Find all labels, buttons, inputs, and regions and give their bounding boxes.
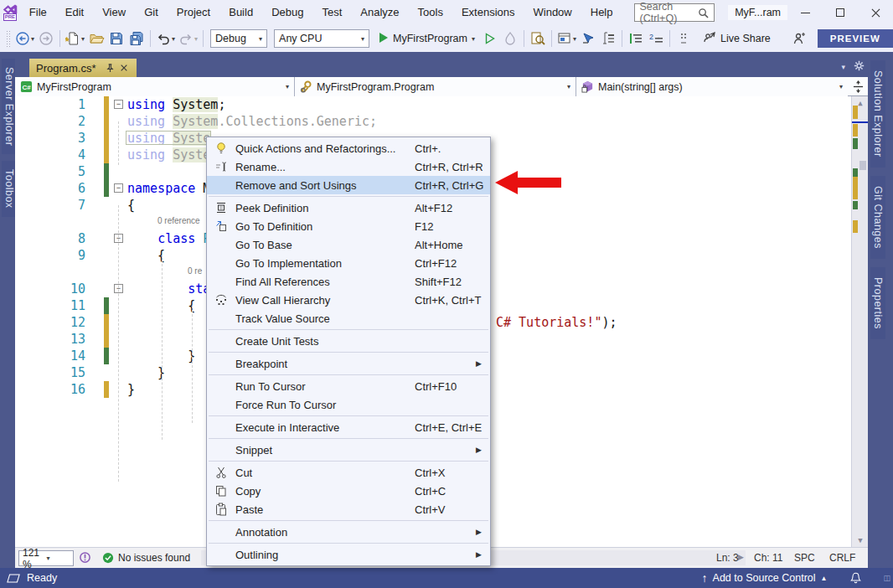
maximize-button[interactable] <box>823 0 858 25</box>
window-home-icon[interactable]: ▾ <box>555 28 578 49</box>
scrollbar-thumb[interactable] <box>859 161 866 170</box>
toolbar-drag-handle[interactable] <box>6 30 11 47</box>
menu-analyze[interactable]: Analyze <box>351 3 408 22</box>
zoom-selector[interactable]: 121 % ▾ <box>18 550 74 566</box>
submenu-arrow-icon: ▶ <box>476 528 482 536</box>
menu-tools[interactable]: Tools <box>409 3 452 22</box>
solution-configurations-dropdown[interactable]: Debug▾ <box>210 29 267 48</box>
right-tab-solution-explorer[interactable]: Solution Explorer <box>870 60 885 168</box>
solution-platforms-dropdown[interactable]: Any CPU▾ <box>274 29 369 48</box>
back-icon[interactable]: ▾ <box>13 28 36 49</box>
line-indicator[interactable]: Ln: 3 <box>716 548 739 568</box>
line-number: 3 <box>15 130 85 147</box>
docs-icon[interactable] <box>598 28 618 49</box>
fold-collapse-icon[interactable]: − <box>114 183 123 193</box>
context-menu-item-force-run-to-cursor[interactable]: Force Run To Cursor <box>207 395 490 414</box>
redo-icon[interactable]: ▾ <box>177 28 199 49</box>
pointer-icon[interactable] <box>578 28 598 49</box>
search-box[interactable]: Search (Ctrl+Q) <box>634 3 715 22</box>
format-outdent-icon[interactable]: 2→ <box>646 28 666 49</box>
feedback-icon[interactable] <box>789 28 809 49</box>
menu-file[interactable]: File <box>20 3 56 22</box>
context-menu-item-breakpoint[interactable]: Breakpoint▶ <box>207 354 490 373</box>
context-menu-item-go-to-definition[interactable]: Go To DefinitionF12 <box>207 217 490 235</box>
context-menu-item-execute-in-interactive[interactable]: Execute in InteractiveCtrl+E, Ctrl+E <box>207 418 490 436</box>
context-menu-item-find-all-references[interactable]: Find All ReferencesShift+F12 <box>207 272 490 291</box>
context-menu-item-go-to-implementation[interactable]: Go To ImplementationCtrl+F12 <box>207 254 490 272</box>
split-editor-icon[interactable] <box>848 77 868 95</box>
scroll-down-icon[interactable]: ▼ <box>852 536 868 544</box>
change-tracking-bar <box>104 331 109 348</box>
context-menu-item-rename[interactable]: Rename...Ctrl+R, Ctrl+R <box>207 157 490 176</box>
menu-view[interactable]: View <box>93 3 135 22</box>
context-menu-item-track-value-source[interactable]: Track Value Source <box>207 309 490 328</box>
tab-close-icon[interactable] <box>118 62 130 74</box>
tab-program-cs[interactable]: Program.cs* <box>29 59 137 77</box>
context-menu-item-annotation[interactable]: Annotation▶ <box>207 523 490 541</box>
menu-git[interactable]: Git <box>135 3 168 22</box>
project-dropdown[interactable]: C# MyFirstProgram ▾ <box>15 77 295 96</box>
gear-icon[interactable] <box>854 60 865 74</box>
close-button[interactable] <box>858 0 893 25</box>
start-debugging-button[interactable]: MyFirstProgram▾ <box>378 32 475 46</box>
context-menu-item-outlining[interactable]: Outlining▶ <box>207 545 490 564</box>
scroll-right-icon[interactable]: ▶ <box>738 553 744 561</box>
line-ending-indicator[interactable]: CRLF <box>829 548 855 568</box>
codelens-references[interactable]: 0 re <box>188 266 202 276</box>
preview-button[interactable]: PREVIEW <box>818 29 893 48</box>
menu-window[interactable]: Window <box>524 3 581 22</box>
context-menu-item-peek-definition[interactable]: Peek DefinitionAlt+F12 <box>207 199 490 217</box>
forward-icon[interactable] <box>36 28 56 49</box>
column-indicator[interactable]: Ch: 11 <box>754 548 782 568</box>
document-health[interactable]: No issues found <box>102 548 190 568</box>
fold-collapse-icon[interactable]: − <box>114 100 123 109</box>
add-to-source-control-button[interactable]: ↑ Add to Source Control ▲ <box>702 571 828 585</box>
notifications-bell-icon[interactable] <box>850 572 861 584</box>
menu-debug[interactable]: Debug <box>262 3 312 22</box>
paste-icon <box>207 503 235 516</box>
minimize-button[interactable] <box>787 0 823 25</box>
find-in-files-icon[interactable] <box>528 28 548 49</box>
hot-reload-icon[interactable] <box>500 28 520 49</box>
menu-build[interactable]: Build <box>219 3 262 22</box>
format-indent-icon[interactable] <box>626 28 646 49</box>
play-icon <box>378 32 390 46</box>
context-menu-item-run-to-cursor[interactable]: Run To CursorCtrl+F10 <box>207 377 490 395</box>
save-icon[interactable] <box>106 28 126 49</box>
type-dropdown[interactable]: MyFirstProgram.Program ▾ <box>295 77 576 96</box>
editor-vertical-scrollbar[interactable]: ▲ ▼ <box>851 96 868 547</box>
context-menu-item-go-to-base[interactable]: Go To BaseAlt+Home <box>207 235 490 254</box>
menu-test[interactable]: Test <box>312 3 351 22</box>
codelens-references[interactable]: 0 reference <box>157 216 200 225</box>
context-menu-item-snippet[interactable]: Snippet▶ <box>207 441 490 459</box>
tab-list-dropdown-icon[interactable]: ▾ <box>841 63 845 71</box>
menu-project[interactable]: Project <box>168 3 219 22</box>
context-menu-item-view-call-hierarchy[interactable]: View Call HierarchyCtrl+K, Ctrl+T <box>207 291 490 309</box>
change-tracking-bar <box>104 113 109 130</box>
menu-edit[interactable]: Edit <box>56 3 93 22</box>
resize-grip[interactable]: ◫ <box>883 574 890 582</box>
context-menu-item-copy[interactable]: CopyCtrl+C <box>207 482 490 500</box>
context-menu-item-paste[interactable]: PasteCtrl+V <box>207 500 490 518</box>
menu-help[interactable]: Help <box>581 3 622 22</box>
play-outline-icon[interactable] <box>480 28 500 49</box>
right-tab-properties[interactable]: Properties <box>870 267 885 339</box>
context-menu-item-create-unit-tests[interactable]: Create Unit Tests <box>207 332 490 350</box>
menu-extensions[interactable]: Extensions <box>452 3 524 22</box>
intellicode-icon[interactable] <box>79 551 91 566</box>
open-folder-icon[interactable] <box>86 28 106 49</box>
insert-mode-indicator[interactable]: SPC <box>794 548 815 568</box>
undo-icon[interactable]: ▾ <box>154 28 177 49</box>
overflow-icon[interactable] <box>674 28 694 49</box>
context-menu-item-remove-and-sort-usings[interactable]: Remove and Sort UsingsCtrl+R, Ctrl+G <box>207 176 490 194</box>
right-tab-git-changes[interactable]: Git Changes <box>870 176 885 259</box>
new-file-icon[interactable]: ▾ <box>64 28 86 49</box>
context-menu-item-quick-actions-and-refactorings[interactable]: Quick Actions and Refactorings...Ctrl+. <box>207 139 490 157</box>
save-all-icon[interactable] <box>126 28 147 49</box>
member-dropdown[interactable]: Main(string[] args) ▾ <box>576 77 848 96</box>
zoom-level: 121 % <box>23 547 46 570</box>
live-share-button[interactable]: Live Share <box>702 31 771 47</box>
line-number: 11 <box>15 297 85 314</box>
context-menu-item-cut[interactable]: CutCtrl+X <box>207 463 490 482</box>
pin-icon[interactable] <box>105 62 116 74</box>
